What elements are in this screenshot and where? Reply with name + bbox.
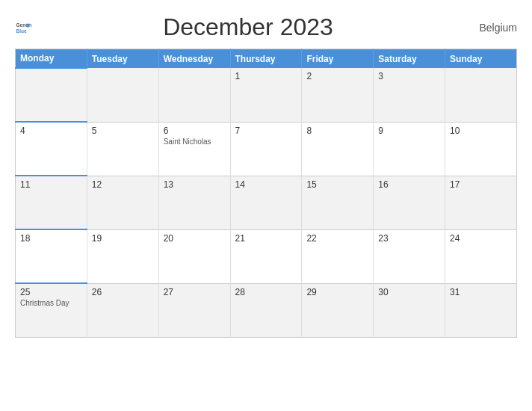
- calendar-header: General Blue December 2023 Belgium: [15, 13, 517, 41]
- day-cell: 7: [230, 122, 302, 176]
- weekday-header-thursday: Thursday: [230, 49, 302, 69]
- day-cell: 6Saint Nicholas: [158, 122, 230, 176]
- weekday-header-wednesday: Wednesday: [158, 49, 230, 69]
- week-row: 11121314151617: [16, 176, 517, 229]
- day-number: 15: [306, 179, 368, 190]
- day-number: 25: [20, 287, 82, 297]
- day-number: 16: [378, 179, 440, 190]
- day-number: 13: [164, 179, 226, 190]
- day-number: 30: [378, 287, 440, 297]
- day-cell: 29: [302, 283, 374, 337]
- day-number: 22: [306, 233, 368, 244]
- day-cell: 21: [230, 229, 302, 283]
- calendar-title: December 2023: [31, 13, 465, 41]
- day-number: 7: [235, 126, 297, 136]
- day-cell: 10: [445, 122, 517, 176]
- day-cell: 25Christmas Day: [16, 283, 87, 337]
- day-number: 31: [450, 287, 512, 297]
- day-cell: 9: [374, 122, 445, 176]
- day-cell: 27: [158, 283, 230, 337]
- day-event: Saint Nicholas: [164, 137, 226, 146]
- day-cell: 4: [16, 122, 87, 176]
- day-cell: 31: [445, 283, 517, 337]
- day-cell: 22: [302, 229, 374, 283]
- week-row: 18192021222324: [16, 229, 517, 283]
- day-cell: 19: [87, 229, 158, 283]
- weekday-header-tuesday: Tuesday: [87, 49, 158, 69]
- day-event: Christmas Day: [20, 299, 82, 307]
- logo: General Blue: [15, 19, 31, 36]
- week-row: 123: [16, 68, 517, 122]
- day-number: 28: [235, 287, 297, 297]
- day-number: 21: [235, 233, 297, 244]
- day-cell: 13: [158, 176, 230, 229]
- day-number: 5: [92, 126, 154, 136]
- day-number: 29: [306, 287, 368, 297]
- day-cell: 3: [374, 68, 445, 122]
- country-label: Belgium: [465, 22, 517, 34]
- day-number: 14: [235, 179, 297, 190]
- day-number: 11: [20, 179, 82, 190]
- day-cell: 1: [230, 68, 302, 122]
- day-number: 9: [378, 126, 440, 136]
- day-cell: 23: [374, 229, 445, 283]
- day-number: 12: [92, 179, 154, 190]
- day-cell: 24: [445, 229, 517, 283]
- page: General Blue December 2023 Belgium Monda…: [0, 0, 532, 411]
- day-cell: 16: [374, 176, 445, 229]
- day-cell: 17: [445, 176, 517, 229]
- day-cell: 30: [374, 283, 445, 337]
- logo-icon: General Blue: [15, 19, 31, 36]
- day-cell: [158, 68, 230, 122]
- weekday-header-saturday: Saturday: [374, 49, 445, 69]
- day-cell: 2: [302, 68, 374, 122]
- day-number: 6: [164, 126, 226, 136]
- day-cell: [16, 68, 87, 122]
- day-number: 27: [164, 287, 226, 297]
- svg-text:Blue: Blue: [16, 28, 27, 33]
- day-cell: [445, 68, 517, 122]
- week-row: 25Christmas Day262728293031: [16, 283, 517, 337]
- day-number: 1: [235, 71, 297, 81]
- day-cell: 28: [230, 283, 302, 337]
- day-number: 8: [306, 126, 368, 136]
- day-number: 23: [378, 233, 440, 244]
- day-number: 2: [306, 71, 368, 81]
- day-cell: 26: [87, 283, 158, 337]
- weekday-header-friday: Friday: [302, 49, 374, 69]
- day-number: 4: [20, 126, 82, 136]
- day-number: 20: [164, 233, 226, 244]
- day-cell: 8: [302, 122, 374, 176]
- day-number: 26: [92, 287, 154, 297]
- day-cell: 5: [87, 122, 158, 176]
- day-cell: 11: [16, 176, 87, 229]
- weekday-header-monday: Monday: [16, 49, 87, 69]
- day-cell: 18: [16, 229, 87, 283]
- week-row: 456Saint Nicholas78910: [16, 122, 517, 176]
- day-number: 24: [450, 233, 512, 244]
- weekday-header-sunday: Sunday: [445, 49, 517, 69]
- day-number: 3: [378, 71, 440, 81]
- day-number: 10: [450, 126, 512, 136]
- day-number: 19: [92, 233, 154, 244]
- day-cell: 14: [230, 176, 302, 229]
- day-cell: 20: [158, 229, 230, 283]
- day-number: 18: [20, 233, 82, 244]
- day-cell: 15: [302, 176, 374, 229]
- calendar-table: MondayTuesdayWednesdayThursdayFridaySatu…: [15, 49, 517, 338]
- day-number: 17: [450, 179, 512, 190]
- day-cell: 12: [87, 176, 158, 229]
- day-cell: [87, 68, 158, 122]
- calendar-header-row: MondayTuesdayWednesdayThursdayFridaySatu…: [16, 49, 517, 69]
